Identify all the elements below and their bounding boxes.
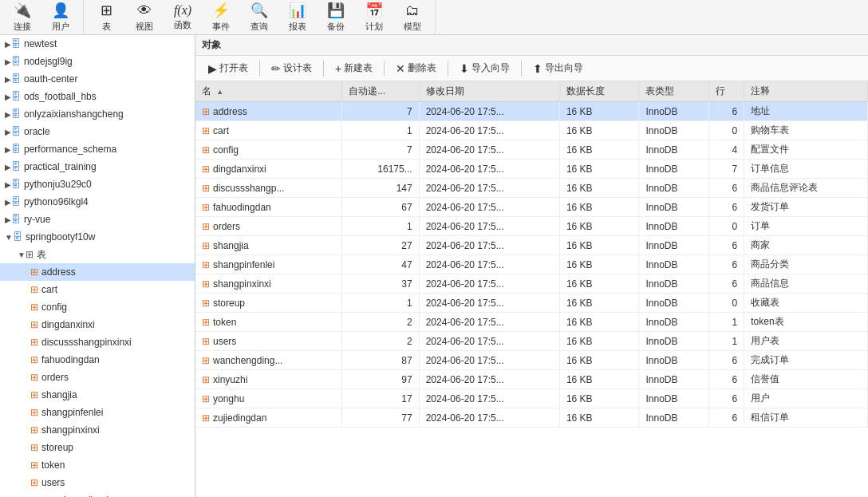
cell-auto-inc: 97 [342, 370, 420, 389]
sidebar-item-ry-vue[interactable]: ▶ 🗄ry-vue [0, 211, 195, 228]
cell-modified: 2024-06-20 17:5... [419, 102, 559, 121]
table-row[interactable]: ⊞address 7 2024-06-20 17:5... 16 KB Inno… [195, 102, 868, 121]
cell-comment: 配置文件 [744, 140, 868, 160]
cell-auto-inc: 1 [342, 121, 420, 140]
sidebar-item-shangpinfenlei[interactable]: ⊞shangpinfenlei [0, 404, 195, 421]
table-row-icon: ⊞ [30, 284, 38, 295]
sidebar-item-pythonju3u29c0[interactable]: ▶ 🗄pythonju3u29c0 [0, 176, 195, 193]
sidebar-item-discussshangpinxinxi[interactable]: ⊞discussshangpinxinxi [0, 333, 195, 351]
table-row[interactable]: ⊞shangpinfenlei 47 2024-06-20 17:5... 16… [195, 255, 868, 274]
cell-rows: 7 [708, 160, 744, 179]
table-row[interactable]: ⊞fahuodingdan 67 2024-06-20 17:5... 16 K… [195, 198, 868, 217]
table-row[interactable]: ⊞token 2 2024-06-20 17:5... 16 KB InnoDB… [195, 313, 868, 332]
cell-name: ⊞shangpinfenlei [195, 255, 342, 274]
cell-comment: 商品信息 [744, 274, 868, 294]
sidebar-item-wanchengdingdan[interactable]: ⊞wanchengdingdan [0, 491, 195, 497]
sidebar-item-springbootyf10w-tables[interactable]: ▼ ⊞表 [0, 246, 195, 263]
new-table-button[interactable]: + 新建表 [329, 59, 379, 77]
backup-button[interactable]: 💾 备份 [317, 2, 355, 34]
sidebar-item-shangjia[interactable]: ⊞shangjia [0, 386, 195, 404]
sidebar-label-pythonju3u29c0: pythonju3u29c0 [24, 179, 92, 190]
table-row[interactable]: ⊞config 7 2024-06-20 17:5... 16 KB InnoD… [195, 140, 868, 160]
sidebar-item-orders[interactable]: ⊞orders [0, 369, 195, 386]
table-row[interactable]: ⊞discussshangp... 147 2024-06-20 17:5...… [195, 179, 868, 198]
function-button[interactable]: f(x) 函数 [164, 2, 202, 34]
table-row[interactable]: ⊞shangjia 27 2024-06-20 17:5... 16 KB In… [195, 236, 868, 255]
sidebar-item-onlyzaixianshangcheng[interactable]: ▶ 🗄onlyzaixianshangcheng [0, 105, 195, 123]
col-rows[interactable]: 行 [708, 81, 744, 102]
col-comment[interactable]: 注释 [744, 81, 868, 102]
cell-modified: 2024-06-20 17:5... [419, 313, 559, 332]
db-icon: 🗄 [11, 73, 21, 85]
sidebar-item-oauth-center[interactable]: ▶ 🗄oauth-center [0, 70, 195, 88]
table-row[interactable]: ⊞cart 1 2024-06-20 17:5... 16 KB InnoDB … [195, 121, 868, 140]
sidebar-item-springbootyf10w[interactable]: ▼ 🗄springbootyf10w [0, 228, 195, 246]
model-button[interactable]: 🗂 模型 [393, 2, 432, 34]
report-button[interactable]: 📊 报表 [278, 2, 317, 34]
table-row[interactable]: ⊞orders 1 2024-06-20 17:5... 16 KB InnoD… [195, 217, 868, 236]
sidebar-item-performance_schema[interactable]: ▶ 🗄performance_schema [0, 140, 195, 158]
sidebar-item-newtest[interactable]: ▶ 🗄newtest [0, 35, 195, 53]
sidebar-item-oracle[interactable]: ▶ 🗄oracle [0, 123, 195, 140]
schedule-button[interactable]: 📅 计划 [355, 2, 393, 34]
sidebar-item-ods_football_hbs[interactable]: ▶ 🗄ods_football_hbs [0, 88, 195, 105]
col-data-size[interactable]: 数据长度 [559, 81, 639, 102]
user-button[interactable]: 👤 用户 [41, 2, 80, 34]
sidebar-item-cart[interactable]: ⊞cart [0, 281, 195, 298]
table-row[interactable]: ⊞wanchengding... 87 2024-06-20 17:5... 1… [195, 351, 868, 370]
table-row[interactable]: ⊞storeup 1 2024-06-20 17:5... 16 KB Inno… [195, 294, 868, 313]
cell-rows: 6 [708, 179, 744, 198]
cell-data-size: 16 KB [559, 160, 639, 179]
tables-list[interactable]: 名 ▲ 自动递... 修改日期 数据长度 表类型 [195, 81, 868, 497]
open-table-button[interactable]: ▶ 打开表 [202, 59, 254, 77]
table-row[interactable]: ⊞dingdanxinxi 16175... 2024-06-20 17:5..… [195, 160, 868, 179]
sidebar-label-practical_training: practical_training [24, 161, 97, 172]
sidebar-item-token[interactable]: ⊞token [0, 456, 195, 474]
view-button[interactable]: 👁 视图 [125, 2, 164, 34]
export-wizard-button[interactable]: ⬆ 导出向导 [527, 59, 590, 77]
sidebar-item-users[interactable]: ⊞users [0, 474, 195, 491]
sidebar-tree[interactable]: ▶ 🗄newtest▶ 🗄nodejsgl9ig▶ 🗄oauth-center▶… [0, 35, 195, 497]
table-button[interactable]: ⊞ 表 [87, 2, 125, 34]
sidebar-item-shangpinxinxi[interactable]: ⊞shangpinxinxi [0, 421, 195, 439]
sidebar-label-performance_schema: performance_schema [24, 144, 116, 155]
arrow-springbootyf10w-tables: ▼ [18, 250, 26, 259]
delete-table-button[interactable]: ✕ 删除表 [389, 59, 443, 77]
sidebar-item-address[interactable]: ⊞address [0, 263, 195, 281]
col-auto-inc[interactable]: 自动递... [342, 81, 420, 102]
import-wizard-button[interactable]: ⬇ 导入向导 [453, 59, 516, 77]
backup-label: 备份 [327, 21, 345, 33]
event-button[interactable]: ⚡ 事件 [202, 2, 240, 34]
col-name[interactable]: 名 ▲ [195, 81, 342, 102]
sidebar-item-nodejsgl9ig[interactable]: ▶ 🗄nodejsgl9ig [0, 53, 195, 70]
table-row-icon: ⊞ [30, 372, 38, 383]
cell-comment: 地址 [744, 102, 868, 121]
sidebar-item-config[interactable]: ⊞config [0, 298, 195, 316]
cell-comment: 发货订单 [744, 198, 868, 217]
table-row[interactable]: ⊞shangpinxinxi 37 2024-06-20 17:5... 16 … [195, 274, 868, 294]
col-modified[interactable]: 修改日期 [419, 81, 559, 102]
cell-engine: InnoDB [639, 408, 708, 428]
connect-button[interactable]: 🔌 连接 [3, 2, 41, 34]
sidebar-item-storeup[interactable]: ⊞storeup [0, 439, 195, 456]
table-row-icon: ⊞ [30, 442, 38, 453]
cell-rows: 6 [708, 236, 744, 255]
col-engine[interactable]: 表类型 [639, 81, 708, 102]
query-button[interactable]: 🔍 查询 [240, 2, 278, 34]
sidebar-item-dingdanxinxi[interactable]: ⊞dingdanxinxi [0, 316, 195, 333]
design-table-button[interactable]: ✏ 设计表 [265, 59, 318, 77]
object-table: 名 ▲ 自动递... 修改日期 数据长度 表类型 [195, 81, 868, 428]
sidebar-item-practical_training[interactable]: ▶ 🗄practical_training [0, 158, 195, 176]
sidebar-item-pythono96lkgl4[interactable]: ▶ 🗄pythono96lkgl4 [0, 193, 195, 211]
sidebar-label-shangpinfenlei: shangpinfenlei [41, 407, 103, 418]
table-row[interactable]: ⊞yonghu 17 2024-06-20 17:5... 16 KB Inno… [195, 389, 868, 408]
table-row[interactable]: ⊞users 2 2024-06-20 17:5... 16 KB InnoDB… [195, 332, 868, 351]
main-toolbar: 🔌 连接 👤 用户 ⊞ 表 👁 视图 f(x) 函数 ⚡ 事件 🔍 查询 [0, 0, 868, 35]
table-row[interactable]: ⊞xinyuzhi 97 2024-06-20 17:5... 16 KB In… [195, 370, 868, 389]
table-body: ⊞address 7 2024-06-20 17:5... 16 KB Inno… [195, 102, 868, 428]
sidebar-label-address: address [41, 266, 76, 278]
sidebar-label-shangjia: shangjia [41, 389, 77, 400]
sidebar-label-oracle: oracle [24, 126, 50, 137]
sidebar-item-fahuodingdan[interactable]: ⊞fahuodingdan [0, 351, 195, 369]
table-row[interactable]: ⊞zujiedingdan 77 2024-06-20 17:5... 16 K… [195, 408, 868, 428]
